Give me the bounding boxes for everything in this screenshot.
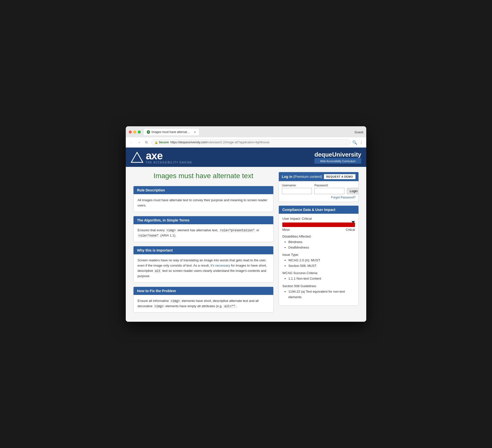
menu-icon[interactable]: ⋮ (359, 140, 363, 145)
algorithm-card: The Algorithm, in Simple Terms Ensures t… (133, 216, 274, 242)
lock-icon: 🔒 (155, 141, 158, 144)
fix-title: How to Fix the Problem (137, 289, 176, 293)
password-label: Password: (314, 184, 344, 187)
close-button[interactable] (129, 131, 132, 134)
url-path: /rules/axe/2.2/image-alt?application=lig… (207, 141, 270, 144)
page-title: Images must have alternate text (133, 172, 274, 180)
password-group: Password: (314, 184, 344, 194)
browser-tabs: d Images must have alternate te… ✕ (144, 129, 354, 135)
page-content: axe THE ACCESSIBILITY ENGINE dequeUniver… (126, 148, 366, 322)
back-button[interactable]: ← (129, 140, 134, 145)
deque-prefix: deque (314, 151, 332, 158)
minimize-button[interactable] (133, 131, 136, 134)
forward-button[interactable]: → (136, 140, 142, 145)
deque-tagline-box: Web Accessibility Curriculum (314, 158, 361, 164)
axe-text: axe THE ACCESSIBILITY ENGINE (146, 151, 192, 164)
list-item: Deafblindness (288, 245, 355, 250)
username-label: Username: (282, 184, 312, 187)
request-demo-button[interactable]: REQUEST A DEMO (324, 174, 355, 179)
compliance-box: Compliance Data & User Impact User Impac… (279, 205, 359, 306)
forgot-password: Forgot Password? (282, 196, 355, 199)
address-field[interactable]: 🔒 Secure https://dequeuniversity.com/rul… (151, 139, 350, 145)
algorithm-body: Ensures that every <img> element has alt… (134, 224, 273, 242)
left-column: Images must have alternate text Rule Des… (133, 172, 274, 317)
compliance-title: Compliance Data & User Impact (282, 208, 335, 212)
algorithm-title: The Algorithm, in Simple Terms (137, 218, 189, 222)
algorithm-header: The Algorithm, in Simple Terms (134, 216, 273, 224)
browser-controls: d Images must have alternate te… ✕ Guest (129, 129, 363, 135)
issue-type-section: Issue Type: WCAG 2.0 (A): MUST Section 5… (282, 253, 355, 269)
fix-header: How to Fix the Problem (134, 287, 273, 295)
impact-labels: Minor Critical (282, 228, 355, 232)
wcag-list: 1.1.1 Non-text Content (282, 276, 355, 281)
issue-type-list: WCAG 2.0 (A): MUST Section 508: MUST (282, 258, 355, 269)
importance-title: Why this is Important (137, 248, 173, 252)
user-impact-label: User Impact: Critical (282, 217, 355, 220)
disabilities-title: Disabilities Affected: (282, 235, 355, 238)
section508-title: Section 508 Guidelines: (282, 284, 355, 288)
browser-addressbar: ← → ↻ 🔒 Secure https://dequeuniversity.c… (126, 137, 366, 148)
login-box: Log in (Premium content) REQUEST A DEMO … (279, 172, 359, 202)
section508-section: Section 508 Guidelines: 1194.22 (a) Text… (282, 284, 355, 300)
login-body: Username: Password: Login Forgot Passwor… (279, 181, 358, 202)
search-icon[interactable]: 🔍 (352, 140, 357, 145)
list-item: Section 508: MUST (288, 263, 355, 269)
wcag-section: WCAG Success Criteria: 1.1.1 Non-text Co… (282, 271, 355, 281)
rule-description-title: Rule Description (137, 188, 165, 192)
axe-triangle-icon (131, 152, 143, 163)
disabilities-section: Disabilities Affected: Blindness Deafbli… (282, 235, 355, 250)
deque-logo: dequeUniversity Web Accessibility Curric… (314, 151, 361, 164)
impact-arrow-icon (351, 221, 355, 223)
impact-bar (282, 222, 355, 227)
deque-tagline: Web Accessibility Curriculum (320, 160, 355, 163)
tab-favicon: d (147, 130, 150, 134)
axe-tagline: THE ACCESSIBILITY ENGINE (146, 161, 192, 164)
login-button[interactable]: Login (347, 188, 359, 194)
url-text: https://dequeuniversity.com/rules/axe/2.… (170, 141, 270, 144)
svg-marker-0 (131, 152, 143, 162)
rule-description-body: All images must have alternate text to c… (134, 194, 273, 212)
rule-description-card: Rule Description All images must have al… (133, 186, 274, 212)
tab-title: Images must have alternate te… (152, 130, 191, 134)
right-column: Log in (Premium content) REQUEST A DEMO … (279, 172, 359, 306)
address-actions: 🔍 ⋮ (352, 140, 363, 145)
axe-logo: axe THE ACCESSIBILITY ENGINE (131, 151, 192, 164)
maximize-button[interactable] (138, 131, 141, 134)
impact-min-label: Minor (282, 228, 290, 232)
list-item: WCAG 2.0 (A): MUST (288, 258, 355, 263)
browser-window: d Images must have alternate te… ✕ Guest… (126, 126, 366, 322)
issue-type-title: Issue Type: (282, 253, 355, 257)
axe-name: axe (146, 151, 192, 161)
disabilities-list: Blindness Deafblindness (282, 239, 355, 250)
url-domain: https://dequeuniversity.com (170, 141, 207, 144)
guest-label: Guest (354, 130, 363, 134)
deque-suffix: University (332, 151, 361, 158)
rule-description-header: Rule Description (134, 186, 273, 194)
fix-card: How to Fix the Problem Ensure all inform… (133, 287, 274, 313)
main-container: Images must have alternate text Rule Des… (126, 167, 366, 322)
deque-name: dequeUniversity (314, 151, 361, 158)
list-item: 1.1.1 Non-text Content (288, 276, 355, 281)
forgot-password-link[interactable]: Forgot Password? (331, 196, 355, 199)
active-tab[interactable]: d Images must have alternate te… ✕ (144, 129, 199, 135)
site-header: axe THE ACCESSIBILITY ENGINE dequeUniver… (126, 148, 366, 167)
secure-label: Secure (159, 141, 169, 144)
wcag-title: WCAG Success Criteria: (282, 271, 355, 275)
secure-badge: 🔒 Secure (155, 141, 169, 144)
traffic-lights (129, 131, 141, 134)
compliance-header: Compliance Data & User Impact (279, 206, 358, 214)
tab-close-icon[interactable]: ✕ (194, 131, 196, 134)
browser-titlebar: d Images must have alternate te… ✕ Guest (126, 126, 366, 137)
importance-card: Why this is Important Screen readers hav… (133, 246, 274, 283)
compliance-body: User Impact: Critical Minor Critical Dis… (279, 214, 358, 305)
importance-header: Why this is Important (134, 246, 273, 254)
password-input[interactable] (314, 188, 344, 194)
impact-max-label: Critical (346, 228, 355, 232)
section508-list: 1194.22 (a) Text equivalent for non-text… (282, 289, 355, 300)
list-item: Blindness (288, 239, 355, 245)
login-title: Log in (Premium content) (282, 175, 322, 179)
username-input[interactable] (282, 188, 312, 194)
username-group: Username: (282, 184, 312, 194)
reload-button[interactable]: ↻ (144, 140, 149, 145)
impact-scale (282, 222, 355, 227)
